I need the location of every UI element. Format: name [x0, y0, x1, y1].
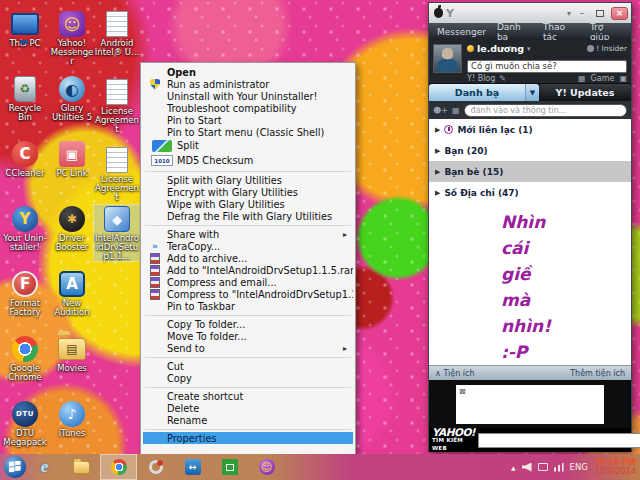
menu-item-defrag-the-file-with-glary-u[interactable]: Defrag the File with Glary Utilities [143, 210, 353, 222]
desktop-icon-movies[interactable]: ▤Movies [49, 335, 95, 373]
game-link[interactable]: Game [591, 74, 615, 83]
minimize-button[interactable]: – [575, 7, 589, 19]
menu-item-add-to-intelandroiddrvsetup1[interactable]: Add to "IntelAndroidDrvSetup1.1.5.rar" [143, 264, 353, 276]
network-icon[interactable] [554, 463, 564, 472]
menu-item-copy[interactable]: Copy [143, 372, 353, 384]
menu-item-properties[interactable]: Properties [143, 432, 353, 444]
desktop-icon-new-audition[interactable]: ANew Audition [49, 270, 95, 317]
menu-item-send-to[interactable]: Send to▸ [143, 342, 353, 354]
add-contact-icon[interactable]: ☻+ [433, 106, 448, 115]
contact-group[interactable]: ▶Số Địa chỉ (47) [429, 182, 631, 203]
contact-group-label: Số Địa chỉ (47) [444, 188, 518, 198]
taskbar-app-teamviewer[interactable]: ↔ [174, 454, 211, 480]
add-widgets-link[interactable]: Thêm tiện ích [570, 369, 625, 378]
menu-item-rename[interactable]: Rename [143, 414, 353, 426]
desktop-icon-glary-utilities[interactable]: ◐Glary Utilities 5 [49, 75, 95, 122]
volume-icon[interactable] [522, 463, 532, 472]
desktop-icon-itunes[interactable]: ♪iTunes [49, 400, 95, 438]
desktop-icon-google-chrome[interactable]: Google Chrome [2, 335, 48, 382]
menu-item-run-as-administrator[interactable]: Run as administrator [143, 78, 353, 90]
taskbar-app-ie[interactable]: e [26, 454, 63, 480]
desktop-icon-license-doc[interactable]: License Agreement [94, 78, 140, 134]
menu-item-compress-and-email[interactable]: Compress and email... [143, 276, 353, 288]
desktop-icon-android-intel[interactable]: Android Intel® U... [94, 10, 140, 57]
taskbar-app-yahoo-messenger[interactable]: ☺ [248, 454, 285, 480]
desktop-icon-recycle-bin[interactable]: Recycle Bin [2, 75, 48, 122]
desktop-icon-your-uninstaller[interactable]: YYour Unin-staller! [2, 205, 48, 252]
desktop-icon-label: IntelAndroidDrvSetup1.1... [94, 234, 140, 261]
contact-group[interactable]: ▶Bạn bè (15) [429, 161, 631, 182]
menu-item-cut[interactable]: Cut [143, 360, 353, 372]
menu-item-split[interactable]: Split [143, 138, 353, 153]
desktop-icon-yahoo-messenger[interactable]: ☺Yahoo! Messenger [49, 10, 95, 66]
menu-item-compress-to-intelandroiddrvs[interactable]: Compress to "IntelAndroidDrvSetup1.1.5.r… [143, 288, 353, 300]
menu-item-pin-to-start[interactable]: Pin to Start [143, 114, 353, 126]
taskbar-app-file-explorer[interactable] [63, 454, 100, 480]
maximize-button[interactable] [593, 7, 607, 19]
start-button[interactable] [4, 456, 26, 478]
web-search-input[interactable] [478, 433, 640, 448]
menu-item-split-with-glary-utilities[interactable]: Split with Glary Utilities [143, 174, 353, 186]
desktop-icon-format-factory[interactable]: FFormat Factory [2, 270, 48, 317]
desktop-icon-label: Recycle Bin [2, 104, 48, 122]
grid-icon[interactable]: ▦ [578, 74, 586, 83]
menu-item-create-shortcut[interactable]: Create shortcut [143, 390, 353, 402]
contact-group-list: ▶Mới liên lạc (1)▶Bạn (20)▶Bạn bè (15)▶S… [429, 119, 631, 203]
desktop-icon-pc-link[interactable]: ▣PC Link [49, 140, 95, 178]
taskbar-app-store[interactable] [211, 454, 248, 480]
menu-item-encrypt-with-glary-utilities[interactable]: Encrypt with Glary Utilities [143, 186, 353, 198]
desktop-icon-ccleaner[interactable]: CCCleaner [2, 140, 48, 178]
status-input[interactable] [467, 60, 627, 73]
menu-item-wipe-with-glary-utilities[interactable]: Wipe with Glary Utilities [143, 198, 353, 210]
tab-updates[interactable]: Y! Updates [539, 84, 631, 101]
keypad-icon[interactable]: ▦ [452, 106, 460, 115]
desktop-icon-dtu-megapack[interactable]: DTUDTU Megapack [2, 400, 48, 447]
menu-item-label: Open [167, 67, 196, 78]
desktop-icon-this-pc[interactable]: This PC [2, 10, 48, 48]
menu-item-uninstall-with-your-uninstal[interactable]: Uninstall with Your Uninstaller! [143, 90, 353, 102]
chevron-down-icon[interactable]: ▾ [567, 9, 571, 18]
language-indicator[interactable]: ENG [570, 462, 588, 472]
menu-item-label: Encrypt with Glary Utilities [167, 187, 298, 198]
taskbar-app-app-swirl[interactable] [137, 454, 174, 480]
menubar-item-1[interactable]: Danh bạ [497, 22, 532, 42]
menu-item-label: Wipe with Glary Utilities [167, 199, 285, 210]
display-icon[interactable] [538, 463, 548, 471]
show-hidden-icons[interactable]: ▲ [511, 464, 516, 471]
pencil-icon[interactable]: ✎ [499, 74, 506, 83]
menu-item-move-to-folder[interactable]: Move To folder... [143, 330, 353, 342]
menu-item-teracopy[interactable]: »TeraCopy... [143, 240, 353, 252]
menu-item-pin-to-taskbar[interactable]: Pin to Taskbar [143, 300, 353, 312]
menu-item-add-to-archive[interactable]: Add to archive... [143, 252, 353, 264]
menubar-item-0[interactable]: Messenger [437, 27, 486, 37]
menu-item-pin-to-start-menu-classic-sh[interactable]: Pin to Start menu (Classic Shell) [143, 126, 353, 138]
contact-group[interactable]: ▶Mới liên lạc (1) [429, 119, 631, 140]
menu-item-md5-checksum[interactable]: 1010MD5 Checksum [143, 153, 353, 168]
tab-contacts[interactable]: Danh bạ [429, 84, 525, 101]
window-titlebar[interactable]: Y ▾ – × [429, 3, 631, 23]
tab-contacts-dropdown[interactable]: ▼ [525, 84, 539, 101]
menubar-item-3[interactable]: Trợ giúp [590, 22, 623, 42]
taskbar-app-chrome[interactable] [100, 454, 137, 480]
desktop-icon-license-doc[interactable]: License Agreement [94, 146, 140, 202]
menu-item-troubleshoot-compatibility[interactable]: Troubleshoot compatibility [143, 102, 353, 114]
widgets-toggle[interactable]: ∧ Tiện ích [435, 369, 475, 378]
desktop-icon-driver-booster[interactable]: ✱Driver Booster [49, 205, 95, 252]
chevron-down-icon[interactable]: ▾ [527, 45, 531, 53]
menu-item-open[interactable]: Open [143, 66, 353, 78]
avatar[interactable] [433, 44, 462, 73]
desktop-icon-intel-android-setup[interactable]: ◆IntelAndroidDrvSetup1.1... [94, 205, 140, 261]
menubar-item-2[interactable]: Thao tác [543, 22, 579, 42]
user-name[interactable]: le.dương [477, 43, 524, 54]
insider-badge[interactable]: ! Insider [587, 44, 627, 53]
camera-icon[interactable]: ▣ [619, 74, 627, 83]
clock[interactable]: 16:26 PM 12/9/2014 [594, 458, 636, 476]
contact-search-input[interactable] [464, 104, 627, 117]
menu-item-label: Split [177, 140, 199, 151]
blog-link[interactable]: Y! Blog [467, 74, 495, 83]
menu-item-copy-to-folder[interactable]: Copy To folder... [143, 318, 353, 330]
menu-item-share-with[interactable]: Share with▸ [143, 228, 353, 240]
contact-group[interactable]: ▶Bạn (20) [429, 140, 631, 161]
close-button[interactable]: × [611, 7, 628, 20]
menu-item-delete[interactable]: Delete [143, 402, 353, 414]
